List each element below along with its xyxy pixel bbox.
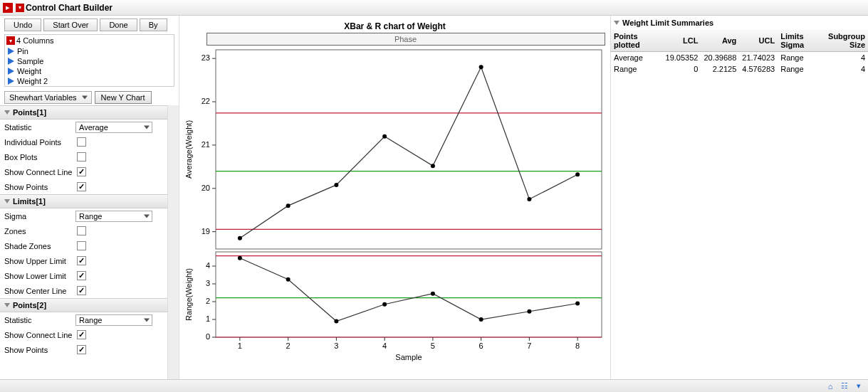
upper-limit-checkbox[interactable] xyxy=(77,256,86,265)
chart-type-dropdown[interactable]: Shewhart Variables xyxy=(4,91,92,104)
dropdown-value: Range xyxy=(79,212,102,221)
svg-text:23: 23 xyxy=(201,53,209,62)
dropdown-value: Average xyxy=(79,123,108,132)
phase-bar[interactable]: Phase xyxy=(206,33,605,46)
undo-button[interactable]: Undo xyxy=(4,18,41,31)
svg-text:2: 2 xyxy=(286,341,290,350)
column-item[interactable]: Weight 2 xyxy=(5,76,174,86)
col-header[interactable]: LCL xyxy=(663,30,701,52)
table-row[interactable]: Range 0 2.2125 4.576283 Range 4 xyxy=(611,63,868,75)
column-label: Pin xyxy=(17,47,28,55)
section-points1[interactable]: Points[1] xyxy=(0,105,167,120)
statistic-dropdown[interactable]: Average xyxy=(75,122,152,133)
column-item[interactable]: Sample xyxy=(5,56,174,66)
connect-line-checkbox[interactable] xyxy=(77,167,86,176)
column-item[interactable]: Weight xyxy=(5,66,174,76)
col-header[interactable]: Avg xyxy=(701,30,739,52)
col-header[interactable]: Points plotted xyxy=(611,30,663,52)
center-line-checkbox[interactable] xyxy=(77,286,86,295)
svg-point-43 xyxy=(527,309,531,314)
svg-text:3: 3 xyxy=(205,279,209,287)
continuous-icon xyxy=(8,58,14,65)
chart-area: XBar & R chart of Weight Phase 192021222… xyxy=(179,16,610,379)
section-title: Limits[1] xyxy=(13,197,46,206)
table-row[interactable]: Average 19.05352 20.39688 21.74023 Range… xyxy=(611,52,868,64)
column-label: Weight xyxy=(17,67,41,75)
columns-count: 4 Columns xyxy=(16,36,54,45)
svg-point-37 xyxy=(237,256,241,260)
col-header[interactable]: SubgroupSize xyxy=(825,30,868,52)
cell: 20.39688 xyxy=(701,52,739,64)
sigma-dropdown[interactable]: Range xyxy=(75,211,152,222)
shade-zones-checkbox[interactable] xyxy=(77,241,86,250)
red-triangle-icon[interactable]: ▾ xyxy=(6,36,15,45)
show-points-checkbox-2[interactable] xyxy=(77,345,86,354)
svg-point-21 xyxy=(575,172,580,176)
grid-icon[interactable]: ☷ xyxy=(840,381,849,391)
svg-point-14 xyxy=(237,236,241,240)
svg-point-17 xyxy=(382,134,387,139)
svg-text:4: 4 xyxy=(382,341,387,350)
col-header[interactable]: Limits Sigma xyxy=(778,30,825,52)
prop-label: Show Upper Limit xyxy=(4,257,75,265)
col-header[interactable]: UCL xyxy=(739,30,778,52)
box-plots-checkbox[interactable] xyxy=(77,152,86,161)
connect-line-checkbox-2[interactable] xyxy=(77,330,86,339)
done-button[interactable]: Done xyxy=(100,18,137,31)
cell: Range xyxy=(778,63,825,75)
prop-label: Show Lower Limit xyxy=(4,272,75,280)
dropdown-icon[interactable]: ▾ xyxy=(854,381,864,391)
svg-point-38 xyxy=(286,277,290,282)
section-title: Points[2] xyxy=(13,301,46,309)
prop-label: Show Connect Line xyxy=(4,331,75,339)
summaries-panel: Weight Limit Summaries Points plotted LC… xyxy=(610,16,868,379)
svg-text:21: 21 xyxy=(201,140,209,149)
svg-point-15 xyxy=(286,203,290,208)
main-header: ▸ ▾ Control Chart Builder xyxy=(0,0,868,16)
disclose-icon[interactable]: ▸ xyxy=(3,3,13,13)
home-icon[interactable]: ⌂ xyxy=(825,381,835,391)
new-y-chart-button[interactable]: New Y Chart xyxy=(95,91,152,104)
svg-text:Average(Weight): Average(Weight) xyxy=(184,120,193,179)
svg-point-16 xyxy=(334,183,338,187)
zones-checkbox[interactable] xyxy=(77,226,86,235)
by-button[interactable]: By xyxy=(140,18,167,31)
lower-limit-checkbox[interactable] xyxy=(77,271,86,280)
continuous-icon xyxy=(8,78,14,85)
continuous-icon xyxy=(8,68,14,75)
red-triangle-icon[interactable]: ▾ xyxy=(16,4,24,12)
left-sidebar: Undo Start Over Done By ▾ 4 Columns Pin … xyxy=(0,16,179,379)
prop-label: Sigma xyxy=(4,212,75,221)
svg-text:Range(Weight): Range(Weight) xyxy=(184,268,193,321)
cell: 4 xyxy=(825,63,868,75)
show-points-checkbox[interactable] xyxy=(77,182,86,191)
svg-point-41 xyxy=(430,292,434,296)
prop-label: Box Plots xyxy=(4,153,75,161)
svg-text:8: 8 xyxy=(575,341,580,350)
control-chart[interactable]: 1920212223Average(Weight)01234Range(Weig… xyxy=(182,46,609,366)
cell: Average xyxy=(611,52,663,64)
start-over-button[interactable]: Start Over xyxy=(43,18,98,31)
cell: 4.576283 xyxy=(739,63,778,75)
svg-text:7: 7 xyxy=(527,341,531,350)
prop-label: Show Center Line xyxy=(4,287,75,295)
svg-text:1: 1 xyxy=(205,314,209,323)
svg-text:2: 2 xyxy=(205,297,209,305)
cell: 2.2125 xyxy=(701,63,739,75)
columns-header[interactable]: ▾ 4 Columns xyxy=(5,35,174,46)
app-title: Control Chart Builder xyxy=(26,3,113,13)
section-points2[interactable]: Points[2] xyxy=(0,298,167,312)
statistic-dropdown-2[interactable]: Range xyxy=(75,314,152,326)
svg-rect-0 xyxy=(216,50,602,249)
individual-points-checkbox[interactable] xyxy=(77,137,86,147)
svg-text:22: 22 xyxy=(201,97,209,105)
section-limits1[interactable]: Limits[1] xyxy=(0,194,167,208)
scrollbar[interactable] xyxy=(167,105,179,379)
columns-box: ▾ 4 Columns Pin Sample Weight Weight 2 xyxy=(4,34,174,87)
cell: 4 xyxy=(825,52,868,64)
svg-point-39 xyxy=(334,319,338,324)
prop-label: Shade Zones xyxy=(4,242,75,250)
svg-point-42 xyxy=(479,317,483,322)
column-item[interactable]: Pin xyxy=(5,46,174,56)
summaries-title[interactable]: Weight Limit Summaries xyxy=(611,16,868,30)
